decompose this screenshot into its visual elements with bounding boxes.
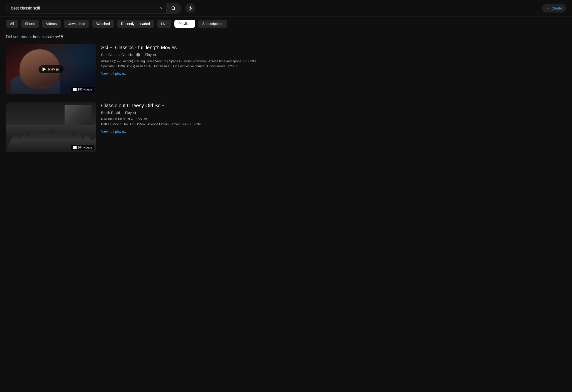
playlist-icon-2 (73, 146, 77, 149)
filter-chip-recently-uploaded[interactable]: Recently uploaded (117, 20, 154, 28)
result-info-2: Classic but Cheesy Old SciFi Butch David… (101, 102, 319, 152)
dot-separator-2: · (122, 111, 123, 115)
svg-rect-2 (190, 6, 191, 9)
video-count-text-1: 197 videos (78, 88, 92, 91)
create-plus-icon: ＋ (546, 6, 549, 10)
search-clear-button[interactable]: × (157, 4, 166, 13)
search-icon (171, 6, 176, 11)
thumbnail-2-sign (65, 105, 92, 125)
desc-line2-2: Battle Beyond The Sun (1959) [Science Fi… (101, 122, 319, 127)
type-label-1: Playlist (145, 53, 156, 57)
filter-chip-videos[interactable]: Videos (42, 20, 61, 28)
did-you-mean-italic: sci fi (55, 35, 63, 39)
did-you-mean-prefix: Did you mean: (6, 35, 33, 39)
result-card-1: Play all 197 videos Sci Fi Classics - fu… (6, 44, 319, 94)
type-label-2: Playlist (125, 111, 136, 115)
channel-name-1[interactable]: Cult Cinema Classics (101, 53, 134, 57)
verified-icon-1: ✓ (136, 53, 140, 56)
main-content: Did you mean: best classic sci fi Play a… (0, 31, 325, 164)
result-title-1[interactable]: Sci Fi Classics - full length Movies (101, 44, 319, 51)
thumbnail-2[interactable]: 264 videos (6, 102, 96, 152)
did-you-mean: Did you mean: best classic sci fi (6, 35, 319, 39)
filter-chip-playlists[interactable]: Playlists (174, 20, 195, 28)
dot-separator-1: · (142, 53, 143, 57)
filter-chip-watched[interactable]: Watched (92, 20, 114, 28)
create-label: Create (551, 6, 562, 10)
result-card-2: 264 videos Classic but Cheesy Old SciFi … (6, 102, 319, 152)
did-you-mean-bold: best classic sci fi (33, 35, 63, 39)
filter-chip-all[interactable]: All (6, 20, 18, 28)
view-playlist-link-2[interactable]: View full playlist (101, 130, 319, 134)
create-button[interactable]: ＋ Create (542, 4, 566, 12)
view-playlist-link-1[interactable]: View full playlist (101, 72, 319, 76)
play-all-button-1[interactable]: Play all (39, 65, 63, 73)
video-count-text-2: 264 videos (78, 146, 92, 149)
filter-chip-live[interactable]: Live (157, 20, 171, 28)
desc-line1-2: Red Planet Mars 1952 · 1:27:19 (101, 117, 319, 122)
result-description-1: Abraxas (1990 Action) starring Jesse Ven… (101, 59, 319, 68)
result-description-2: Red Planet Mars 1952 · 1:27:19 Battle Be… (101, 117, 319, 126)
search-container: × (6, 3, 181, 14)
filter-bar: All Shorts Videos Unwatched Watched Rece… (0, 17, 572, 31)
mic-button[interactable] (185, 3, 195, 13)
desc-line2-1: Specimen (1996 Sci-Fi) Alien DNA. Human … (101, 64, 319, 69)
result-meta-1: Cult Cinema Classics ✓ · Playlist (101, 53, 319, 57)
svg-line-1 (174, 9, 175, 10)
search-input[interactable] (6, 4, 157, 13)
video-count-badge-1: 197 videos (71, 87, 94, 92)
filter-chip-unwatched[interactable]: Unwatched (64, 20, 89, 28)
filter-chip-subscriptions[interactable]: Subscriptions (198, 20, 227, 28)
svg-point-0 (172, 6, 175, 10)
filter-chip-shorts[interactable]: Shorts (21, 20, 39, 28)
result-meta-2: Butch David · Playlist (101, 111, 319, 115)
result-info-1: Sci Fi Classics - full length Movies Cul… (101, 44, 319, 94)
clear-icon: × (160, 6, 163, 11)
video-count-badge-2: 264 videos (71, 145, 94, 150)
search-submit-button[interactable] (166, 3, 181, 13)
thumbnail-1[interactable]: Play all 197 videos (6, 44, 96, 94)
mic-icon (188, 6, 192, 10)
header: × ＋ Create (0, 0, 572, 17)
desc-line1-1: Abraxas (1990 Action) starring Jesse Ven… (101, 59, 319, 64)
playlist-icon-1 (73, 88, 77, 91)
result-title-2[interactable]: Classic but Cheesy Old SciFi (101, 102, 319, 109)
channel-name-2[interactable]: Butch David (101, 111, 120, 115)
play-all-label-1: Play all (48, 67, 59, 71)
play-icon (43, 67, 46, 71)
